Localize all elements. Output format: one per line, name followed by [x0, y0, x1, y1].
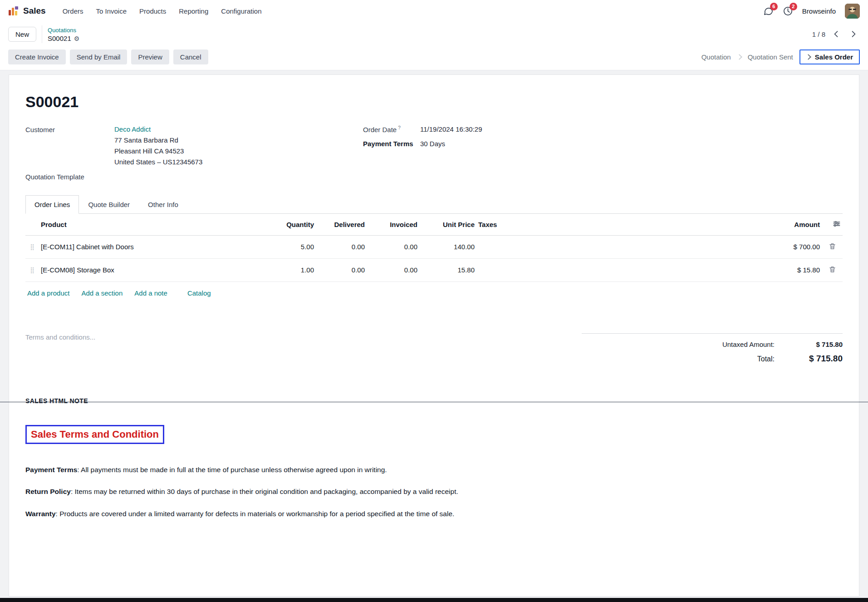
order-date-label: Order Date?: [363, 125, 420, 133]
navbar-systray: 6 2 Browseinfo: [763, 4, 860, 19]
cell-invoiced[interactable]: 0.00: [367, 236, 419, 257]
chevron-right-icon: [805, 54, 811, 60]
menu-configuration[interactable]: Configuration: [216, 4, 266, 18]
table-header-row: Product Quantity Delivered Invoiced Unit…: [25, 214, 843, 236]
activities-badge: 2: [790, 3, 797, 10]
header-amount[interactable]: Amount: [747, 215, 822, 234]
cell-product[interactable]: [E-COM11] Cabinet with Doors: [39, 236, 266, 257]
table-row[interactable]: ⣿ [E-COM11] Cabinet with Doors 5.00 0.00…: [25, 236, 843, 259]
catalog-link[interactable]: Catalog: [187, 289, 211, 297]
quotation-template-label[interactable]: Quotation Template: [25, 173, 363, 181]
form-view: S00021 Customer Deco Addict 77 Santa Bar…: [0, 70, 868, 597]
drag-handle-icon[interactable]: ⣿: [25, 260, 39, 280]
breadcrumb: Quotations S00021 ⚙: [42, 25, 79, 43]
sales-note-section-title: SALES HTML NOTE: [25, 397, 88, 405]
tab-other-info[interactable]: Other Info: [139, 195, 187, 214]
order-date-value[interactable]: 11/19/2024 16:30:29: [420, 125, 482, 133]
add-section-link[interactable]: Add a section: [81, 289, 123, 297]
cell-quantity[interactable]: 1.00: [266, 259, 316, 281]
gear-icon[interactable]: ⚙: [74, 35, 80, 43]
notebook-tabs: Order Lines Quote Builder Other Info: [25, 195, 843, 214]
pager-next-button[interactable]: [847, 28, 860, 40]
note-paragraph-payment-terms: Payment Terms: All payments must be made…: [25, 465, 579, 475]
send-by-email-button[interactable]: Send by Email: [70, 49, 128, 64]
customer-link[interactable]: Deco Addict: [114, 125, 151, 133]
delete-row-icon[interactable]: [822, 236, 843, 258]
untaxed-amount-value: $ 715.80: [775, 340, 843, 348]
total-value: $ 715.80: [775, 354, 843, 364]
activities-icon[interactable]: 2: [783, 6, 793, 16]
menu-to-invoice[interactable]: To Invoice: [91, 4, 132, 18]
customer-address: 77 Santa Barbara Rd Pleasant Hill CA 945…: [114, 136, 202, 166]
note-paragraph-return-policy: Return Policy: Items may be returned wit…: [25, 487, 579, 497]
cell-delivered[interactable]: 0.00: [316, 259, 367, 281]
menu-products[interactable]: Products: [134, 4, 171, 18]
control-panel-actions: Create Invoice Send by Email Preview Can…: [0, 46, 868, 70]
add-note-link[interactable]: Add a note: [134, 289, 167, 297]
cell-amount: $ 700.00: [747, 236, 822, 257]
cell-delivered[interactable]: 0.00: [316, 236, 367, 257]
add-product-link[interactable]: Add a product: [27, 289, 69, 297]
statusbar: Quotation Quotation Sent Sales Order: [695, 49, 860, 64]
status-quotation-sent[interactable]: Quotation Sent: [741, 50, 799, 64]
company-name[interactable]: Browseinfo: [802, 7, 836, 15]
breadcrumb-quotations[interactable]: Quotations: [48, 27, 76, 34]
note-paragraph-warranty: Warranty: Products are covered under a l…: [25, 509, 579, 519]
record-pager: 1 / 8: [812, 28, 860, 40]
header-taxes[interactable]: Taxes: [476, 215, 747, 234]
untaxed-amount-label: Untaxed Amount:: [722, 340, 775, 348]
menu-orders[interactable]: Orders: [58, 4, 88, 18]
new-button[interactable]: New: [8, 27, 36, 42]
sheet: S00021 Customer Deco Addict 77 Santa Bar…: [9, 74, 859, 597]
cancel-button[interactable]: Cancel: [173, 49, 208, 64]
status-quotation[interactable]: Quotation: [695, 50, 737, 64]
help-icon: ?: [398, 125, 401, 130]
cell-unit-price[interactable]: 140.00: [419, 236, 476, 257]
status-sales-order[interactable]: Sales Order: [799, 49, 860, 64]
sales-terms-heading[interactable]: Sales Terms and Condition: [25, 425, 164, 444]
drag-handle-icon[interactable]: ⣿: [25, 237, 39, 257]
tab-quote-builder[interactable]: Quote Builder: [79, 195, 139, 214]
preview-button[interactable]: Preview: [131, 49, 169, 64]
terms-and-conditions-input[interactable]: Terms and conditions...: [25, 333, 95, 365]
cell-quantity[interactable]: 5.00: [266, 236, 316, 257]
user-avatar[interactable]: [845, 4, 860, 19]
optional-columns-icon[interactable]: [822, 214, 843, 235]
order-lines-table: Product Quantity Delivered Invoiced Unit…: [25, 214, 843, 304]
tab-order-lines[interactable]: Order Lines: [25, 195, 79, 214]
payment-terms-value[interactable]: 30 Days: [420, 140, 445, 148]
header-invoiced[interactable]: Invoiced: [367, 215, 419, 234]
header-delivered[interactable]: Delivered: [316, 215, 367, 234]
delete-row-icon[interactable]: [822, 259, 843, 281]
order-title: S00021: [25, 93, 843, 111]
cell-taxes[interactable]: [476, 263, 747, 277]
customer-label: Customer: [25, 125, 114, 166]
top-navbar: Sales Orders To Invoice Products Reporti…: [0, 0, 868, 22]
messages-icon[interactable]: 6: [763, 6, 774, 16]
totals-block: Untaxed Amount: $ 715.80 Total: $ 715.80: [582, 333, 843, 365]
table-row[interactable]: ⣿ [E-COM08] Storage Box 1.00 0.00 0.00 1…: [25, 259, 843, 282]
header-product[interactable]: Product: [39, 215, 266, 234]
menu-reporting[interactable]: Reporting: [174, 4, 213, 18]
cell-invoiced[interactable]: 0.00: [367, 259, 419, 281]
messages-badge: 6: [770, 3, 778, 10]
bottom-bar: [0, 598, 868, 602]
sales-note-section-divider: SALES HTML NOTE: [25, 397, 843, 407]
table-footer-links: Add a product Add a section Add a note C…: [25, 282, 843, 304]
cell-taxes[interactable]: [476, 240, 747, 254]
total-label: Total:: [757, 355, 775, 363]
cell-product[interactable]: [E-COM08] Storage Box: [39, 259, 266, 281]
divider-line: [0, 402, 868, 402]
pager-previous-button[interactable]: [830, 28, 843, 40]
create-invoice-button[interactable]: Create Invoice: [8, 49, 66, 64]
cell-amount: $ 15.80: [747, 259, 822, 281]
payment-terms-label: Payment Terms: [363, 140, 420, 148]
cell-unit-price[interactable]: 15.80: [419, 259, 476, 281]
sales-app-icon[interactable]: [8, 5, 19, 16]
control-panel-breadcrumb: New Quotations S00021 ⚙ 1 / 8: [0, 22, 868, 46]
main-menu: Orders To Invoice Products Reporting Con…: [58, 4, 267, 18]
app-name[interactable]: Sales: [23, 6, 46, 16]
header-quantity[interactable]: Quantity: [266, 215, 316, 234]
header-unit-price[interactable]: Unit Price: [419, 215, 476, 234]
breadcrumb-current: S00021: [48, 35, 71, 43]
